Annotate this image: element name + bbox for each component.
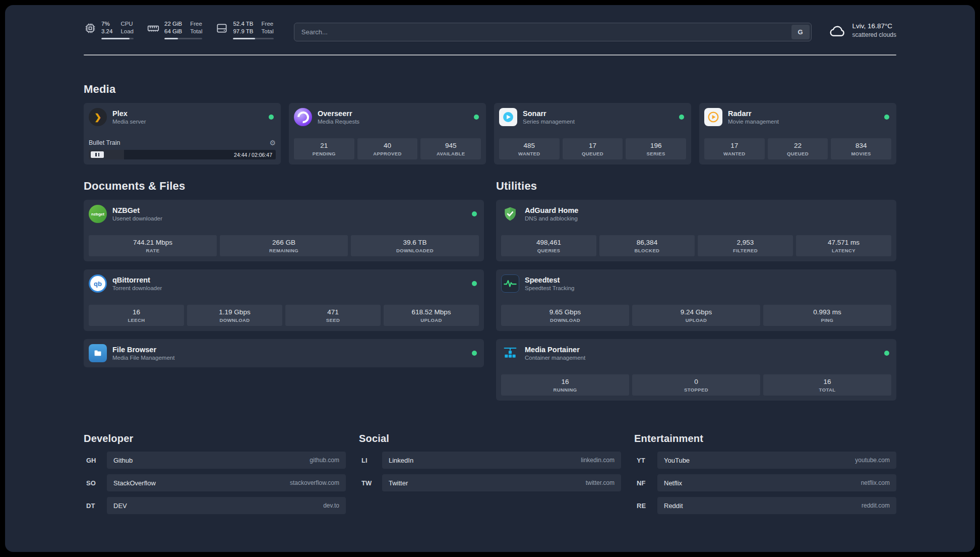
stat-label: QUEUED <box>565 150 621 157</box>
stat-label: LATENCY <box>798 247 889 254</box>
adguard-icon <box>501 205 519 223</box>
bookmark-url: twitter.com <box>586 479 615 486</box>
stat-value: 47.571 ms <box>798 238 889 247</box>
bookmark-url: github.com <box>310 457 339 464</box>
stat-blocked: 86,384 BLOCKED <box>599 235 695 256</box>
service-desc: Usenet downloader <box>112 215 162 222</box>
bookmark-group-social: Social LI LinkedIn linkedin.com TW Twitt… <box>359 433 621 514</box>
cpu-load-label: Load <box>120 28 134 35</box>
stat-label: SERIES <box>628 150 684 157</box>
bookmark-abbr: GH <box>84 457 107 464</box>
stat-label: UPLOAD <box>634 317 758 323</box>
filebrowser-icon <box>89 344 107 362</box>
status-dot-online <box>474 115 479 120</box>
cpu-usage-value: 7% <box>101 20 112 28</box>
service-desc: Media File Management <box>112 354 174 362</box>
stat-queued: 17 QUEUED <box>563 138 623 159</box>
service-name: Media Portainer <box>525 345 585 354</box>
bookmark-link-dev[interactable]: DEV dev.to <box>107 497 346 514</box>
radarr-link[interactable]: Radarr Movie management <box>704 108 891 126</box>
stat-stopped: 0 STOPPED <box>632 374 760 396</box>
weather-location: Lviv, 16.87°C <box>852 22 896 31</box>
sonarr-link[interactable]: Sonarr Series management <box>499 108 686 126</box>
stat-value: 196 <box>628 141 684 150</box>
bookmark-row-dev: DT DEV dev.to <box>84 497 346 514</box>
service-name: qBittorrent <box>112 275 162 285</box>
stat-label: AVAILABLE <box>422 150 479 157</box>
bookmark-link-stackoverflow[interactable]: StackOverflow stackoverflow.com <box>107 474 346 491</box>
portainer-link[interactable]: Media Portainer Container management <box>501 344 891 362</box>
stat-value: 266 GB <box>222 238 346 247</box>
stat-approved: 40 APPROVED <box>357 138 418 159</box>
cpu-meter <box>101 38 134 39</box>
bookmark-link-netflix[interactable]: Netflix netflix.com <box>657 474 896 491</box>
service-name: Radarr <box>728 109 779 118</box>
cpu-icon <box>84 22 97 35</box>
stat-total: 16 TOTAL <box>763 374 891 396</box>
bookmark-link-github[interactable]: Github github.com <box>107 452 346 469</box>
adguard-link[interactable]: AdGuard Home DNS and adblocking <box>501 205 891 223</box>
status-dot-online <box>472 351 477 356</box>
bookmark-group-entertainment: Entertainment YT YouTube youtube.com NF … <box>634 433 896 514</box>
bookmark-link-linkedin[interactable]: LinkedIn linkedin.com <box>382 452 621 469</box>
service-card-sonarr: Sonarr Series management 485 WANTED 17 Q… <box>494 103 691 164</box>
stat-label: PING <box>765 317 889 323</box>
stat-value: 485 <box>501 141 558 150</box>
service-card-nzbget: nzbget NZBGet Usenet downloader 744.21 M… <box>84 200 484 261</box>
speedtest-link[interactable]: Speedtest Speedtest Tracking <box>501 274 891 293</box>
stat-movies: 834 MOVIES <box>831 138 891 159</box>
pause-button[interactable] <box>91 151 104 158</box>
bookmark-link-youtube[interactable]: YouTube youtube.com <box>657 452 896 469</box>
bookmark-group-developer: Developer GH Github github.com SO StackO… <box>84 433 346 514</box>
stat-latency: 47.571 ms LATENCY <box>796 235 891 256</box>
stat-queued: 22 QUEUED <box>768 138 828 159</box>
bookmark-abbr: NF <box>634 479 657 487</box>
service-desc: Speedtest Tracking <box>525 285 574 292</box>
bookmark-link-reddit[interactable]: Reddit reddit.com <box>657 497 896 514</box>
gear-icon[interactable]: ⚙ <box>269 139 276 146</box>
playback-progress-bar[interactable]: 24:44 / 02:06:47 <box>89 150 276 159</box>
bookmark-url: dev.to <box>323 502 339 509</box>
memory-free-label: Free <box>190 20 202 28</box>
service-desc: DNS and adblocking <box>525 215 578 222</box>
bookmark-link-twitter[interactable]: Twitter twitter.com <box>382 474 621 491</box>
stat-seed: 471 SEED <box>285 305 381 326</box>
qbittorrent-icon: qb <box>89 274 107 293</box>
header-divider <box>84 54 896 55</box>
bookmark-url: netflix.com <box>861 479 890 486</box>
stat-label: WANTED <box>501 150 558 157</box>
stat-label: BLOCKED <box>601 247 693 254</box>
bookmark-url: reddit.com <box>862 502 890 509</box>
search-input[interactable] <box>294 23 812 41</box>
stat-value: 471 <box>287 308 379 316</box>
stat-value: 618.52 Mbps <box>386 308 477 316</box>
stat-queries: 498,461 QUERIES <box>501 235 596 256</box>
section-title-developer: Developer <box>84 433 346 444</box>
stat-value: 9.65 Gbps <box>503 308 627 316</box>
plex-link[interactable]: ❯ Plex Media server <box>89 108 276 126</box>
nzbget-link[interactable]: nzbget NZBGet Usenet downloader <box>89 205 479 223</box>
stat-upload: 9.24 Gbps UPLOAD <box>632 305 760 326</box>
qbittorrent-link[interactable]: qb qBittorrent Torrent downloader <box>89 274 479 293</box>
status-dot-online <box>679 115 684 120</box>
service-card-adguard: AdGuard Home DNS and adblocking 498,461 … <box>496 200 896 261</box>
stat-upload: 618.52 Mbps UPLOAD <box>384 305 479 326</box>
stat-wanted: 485 WANTED <box>499 138 560 159</box>
overseerr-link[interactable]: Overseerr Media Requests <box>294 108 481 126</box>
bookmark-row-linkedin: LI LinkedIn linkedin.com <box>359 452 621 469</box>
filebrowser-link[interactable]: File Browser Media File Management <box>89 344 479 362</box>
service-name: Overseerr <box>318 109 359 118</box>
stat-label: TOTAL <box>765 386 889 393</box>
bookmark-url: youtube.com <box>855 457 890 464</box>
bookmark-name: StackOverflow <box>113 479 156 487</box>
stat-value: 834 <box>833 141 889 150</box>
cpu-load-value: 3.24 <box>101 28 112 35</box>
search-provider-button[interactable]: G <box>791 25 810 39</box>
service-desc: Media Requests <box>318 118 359 126</box>
service-card-plex: ❯ Plex Media server Bullet Train ⚙ <box>84 103 281 164</box>
stat-value: 498,461 <box>503 238 594 247</box>
service-desc: Container management <box>525 354 585 362</box>
disk-meter <box>233 38 273 39</box>
service-card-portainer: Media Portainer Container management 16 … <box>496 339 896 401</box>
stat-label: WANTED <box>706 150 763 157</box>
